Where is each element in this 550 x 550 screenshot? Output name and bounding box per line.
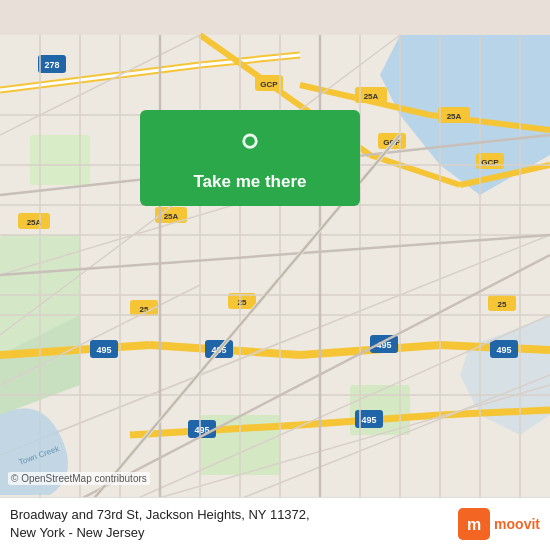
bottom-info-bar: Broadway and 73rd St, Jackson Heights, N…	[0, 497, 550, 550]
svg-text:GCP: GCP	[260, 80, 278, 89]
svg-text:25A: 25A	[164, 212, 179, 221]
svg-text:25: 25	[238, 298, 247, 307]
moovit-logo: m moovit	[458, 508, 540, 540]
svg-text:25A: 25A	[447, 112, 462, 121]
moovit-logo-icon: m	[458, 508, 490, 540]
map-background: 278 25A 25A GCP GCP GCP 25A 25A	[0, 0, 550, 550]
address-text: Broadway and 73rd St, Jackson Heights, N…	[10, 506, 448, 542]
take-me-there-button[interactable]: Take me there	[140, 110, 360, 206]
location-pin-icon	[232, 124, 268, 166]
svg-text:495: 495	[496, 345, 511, 355]
svg-text:495: 495	[361, 415, 376, 425]
svg-point-98	[245, 136, 255, 146]
svg-text:495: 495	[96, 345, 111, 355]
button-overlay: Take me there	[140, 110, 360, 206]
map-container: 278 25A 25A GCP GCP GCP 25A 25A	[0, 0, 550, 550]
take-me-there-label: Take me there	[193, 172, 306, 192]
svg-text:25: 25	[498, 300, 507, 309]
svg-text:25A: 25A	[364, 92, 379, 101]
svg-rect-6	[30, 135, 90, 185]
osm-credit: © OpenStreetMap contributors	[8, 472, 150, 485]
svg-text:m: m	[467, 516, 481, 533]
svg-text:278: 278	[44, 60, 59, 70]
address-line2: New York - New Jersey	[10, 525, 144, 540]
moovit-text: moovit	[494, 516, 540, 532]
osm-credit-text: © OpenStreetMap contributors	[11, 473, 147, 484]
address-line1: Broadway and 73rd St, Jackson Heights, N…	[10, 507, 310, 522]
